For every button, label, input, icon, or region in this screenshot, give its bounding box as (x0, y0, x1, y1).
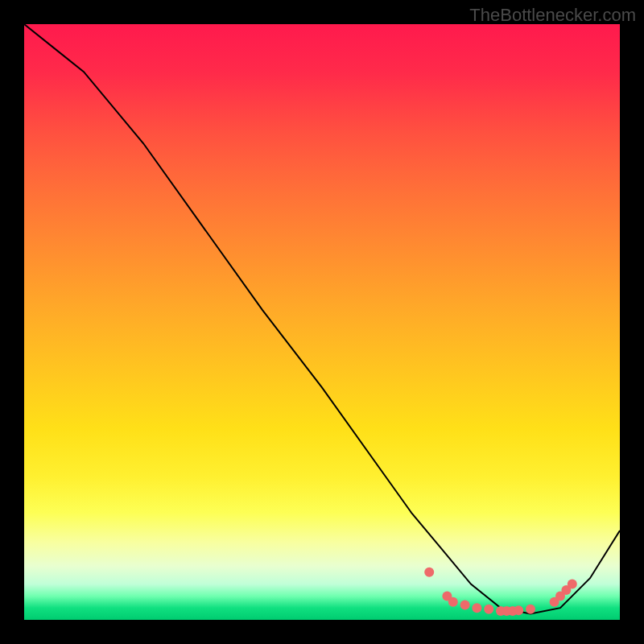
data-marker (526, 605, 535, 614)
attribution-text: TheBottlenecker.com (469, 5, 636, 26)
data-marker (472, 603, 481, 613)
bottleneck-curve (24, 24, 620, 614)
chart-svg (24, 24, 620, 620)
data-marker (514, 605, 523, 615)
data-marker (460, 601, 470, 610)
data-marker (424, 568, 434, 577)
data-marker (568, 580, 577, 589)
data-marker (448, 597, 458, 607)
data-marker (484, 605, 493, 614)
